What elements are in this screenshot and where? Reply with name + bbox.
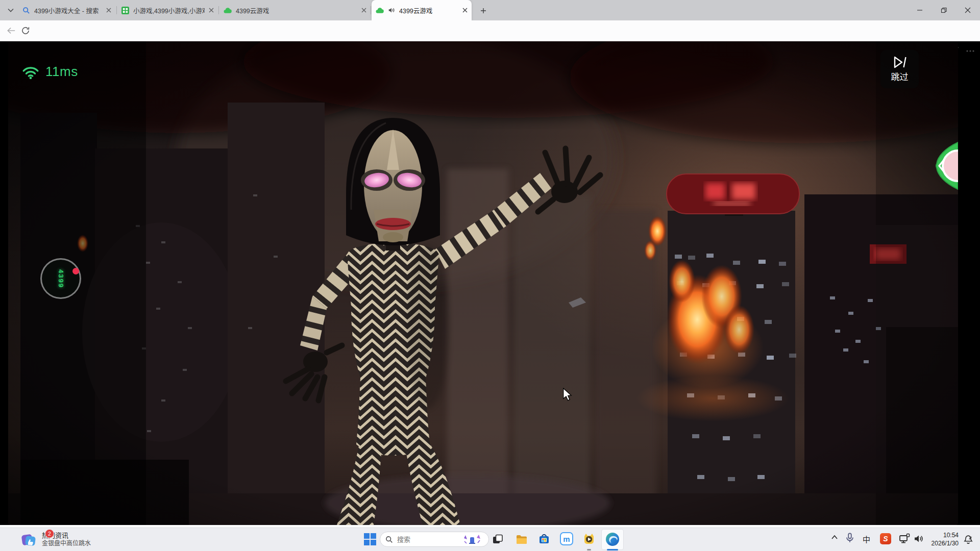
window-close-button[interactable] xyxy=(955,0,980,20)
collapsed-side-panel-button[interactable] xyxy=(935,141,958,190)
widgets-badge: 2 xyxy=(45,529,54,538)
refresh-button[interactable] xyxy=(18,24,33,37)
refresh-icon xyxy=(21,26,30,35)
tab-search-results[interactable]: 4399小游戏大全 - 搜索 xyxy=(18,0,115,20)
speaker-icon xyxy=(913,533,925,545)
tray-volume-button[interactable] xyxy=(913,533,925,547)
ime-mode-label: 中 xyxy=(863,535,870,544)
edge-icon xyxy=(605,532,620,546)
window-restore-button[interactable] xyxy=(932,0,955,20)
tab-audio-speaker-icon[interactable] xyxy=(388,7,395,14)
tab-4399-home[interactable]: 小游戏,4399小游戏,小游戏大全,双 xyxy=(117,0,218,20)
close-icon[interactable] xyxy=(209,8,214,13)
microphone-icon xyxy=(844,532,855,544)
focus-assist-bell-icon xyxy=(963,533,974,545)
tab-cloud-game[interactable]: 4399云游戏 xyxy=(219,0,371,20)
ping-value: 11ms xyxy=(45,64,78,80)
browser-tab-bar: 4399小游戏大全 - 搜索 小游戏,4399小游戏,小游戏大全,双 4399云… xyxy=(0,0,980,20)
game-box-cat-icon xyxy=(582,532,596,545)
skip-button[interactable]: 跳过 xyxy=(880,50,919,88)
widgets-news-icon xyxy=(20,531,37,547)
tray-ime-button[interactable]: 中 xyxy=(863,534,870,544)
task-view-icon xyxy=(492,533,504,545)
tray-clock[interactable]: 10:54 2026/1/30 xyxy=(925,531,959,547)
skip-label: 跳过 xyxy=(891,70,909,83)
widgets-subtitle: 金银盘中高位跳水 xyxy=(42,540,91,547)
minimize-icon xyxy=(917,7,923,13)
tray-overflow-button[interactable] xyxy=(830,533,839,542)
close-icon[interactable] xyxy=(361,8,366,13)
tab-separator xyxy=(116,6,117,14)
clock-date: 2026/1/30 xyxy=(925,539,959,547)
m-app-letter: m xyxy=(563,535,570,543)
tray-notifications-button[interactable] xyxy=(963,533,974,547)
tab-title: 4399云游戏 xyxy=(236,6,357,15)
tray-network-button[interactable] xyxy=(898,533,911,547)
ellipsis-icon xyxy=(966,49,974,53)
restore-icon xyxy=(941,7,947,13)
taskbar-search-box[interactable] xyxy=(380,532,489,547)
search-highlight-graphic[interactable] xyxy=(462,533,482,545)
skip-next-icon xyxy=(893,56,907,69)
browser-toolbar: https://y.4399.com/game/385?l=s6_8&t=176… xyxy=(0,20,980,41)
tray-microphone-button[interactable] xyxy=(844,532,855,546)
tab-search-dropdown-button[interactable] xyxy=(4,4,17,16)
close-icon xyxy=(965,7,971,13)
wifi-icon xyxy=(22,65,39,79)
task-view-button[interactable] xyxy=(492,533,504,547)
running-indicator-active xyxy=(607,549,618,550)
game-scene xyxy=(8,41,958,525)
cloud-game-video[interactable]: 11ms 跳过 4399 激活 Windows 转到“设置”以激活 Window… xyxy=(8,41,958,525)
plus-icon xyxy=(480,8,486,14)
edge-browser-button[interactable] xyxy=(605,532,620,548)
grid-4399-icon xyxy=(121,7,129,14)
start-button[interactable] xyxy=(363,533,377,548)
file-explorer-button[interactable] xyxy=(516,533,528,547)
taskbar-search-input[interactable] xyxy=(396,535,459,544)
display-network-icon xyxy=(898,533,911,545)
notification-dot xyxy=(72,268,79,274)
back-button[interactable] xyxy=(4,24,18,37)
tab-separator xyxy=(218,6,219,14)
microsoft-store-button[interactable] xyxy=(538,533,550,547)
cloud-game-icon xyxy=(376,7,384,14)
mouse-cursor xyxy=(561,388,574,401)
tab-cloud-game-active[interactable]: 4399云游戏 xyxy=(372,0,472,20)
screen: 4399小游戏大全 - 搜索 小游戏,4399小游戏,小游戏大全,双 4399云… xyxy=(0,0,980,551)
back-arrow-icon xyxy=(7,27,16,35)
tab-title: 4399小游戏大全 - 搜索 xyxy=(34,6,102,15)
floating-menu-label: 4399 xyxy=(57,269,65,288)
sogou-letter: S xyxy=(883,535,888,543)
floating-game-menu-button[interactable]: 4399 xyxy=(40,258,81,299)
settings-menu-button[interactable] xyxy=(964,45,977,57)
folder-icon xyxy=(516,533,528,545)
chevron-down-icon xyxy=(8,9,13,12)
tab-title: 4399云游戏 xyxy=(399,6,458,15)
store-icon xyxy=(538,533,550,545)
m-app-button[interactable]: m xyxy=(560,532,573,545)
game-box-app-button[interactable] xyxy=(582,532,596,547)
cloud-game-icon xyxy=(224,7,232,14)
tray-sogou-button[interactable]: S xyxy=(880,533,891,544)
search-icon xyxy=(22,7,30,14)
latency-indicator: 11ms xyxy=(22,64,78,80)
tab-separator xyxy=(371,6,371,14)
window-minimize-button[interactable] xyxy=(908,0,932,20)
close-icon[interactable] xyxy=(106,8,111,13)
close-icon[interactable] xyxy=(462,8,468,13)
chevron-up-icon xyxy=(830,534,839,540)
clock-time: 10:54 xyxy=(925,531,959,539)
search-icon xyxy=(385,536,393,543)
new-tab-button[interactable] xyxy=(477,5,490,17)
tab-title: 小游戏,4399小游戏,小游戏大全,双 xyxy=(133,6,205,15)
running-indicator xyxy=(587,549,591,550)
windows-logo-icon xyxy=(363,533,377,546)
taskbar-widgets-button[interactable]: 热门资讯 金银盘中高位跳水 xyxy=(20,529,91,549)
